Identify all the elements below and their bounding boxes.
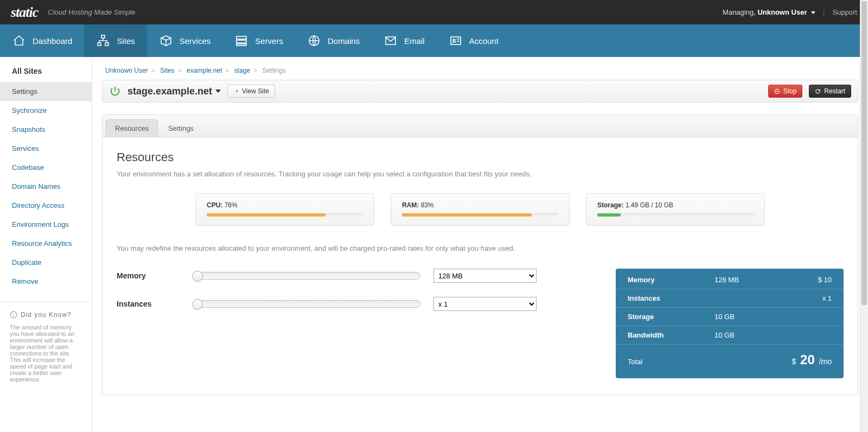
crumb-site[interactable]: example.net xyxy=(187,67,222,74)
nav-dashboard[interactable]: Dashboard xyxy=(0,24,84,57)
topbar-right: Managing, Unknown User | Support xyxy=(723,8,857,16)
scrollbar[interactable] xyxy=(860,0,868,432)
instances-slider[interactable] xyxy=(193,300,420,308)
crumb-sites[interactable]: Sites xyxy=(160,67,175,74)
support-link[interactable]: Support xyxy=(832,8,857,16)
metric-label: Storage: xyxy=(597,201,624,209)
sidebar-item-services[interactable]: Services xyxy=(0,139,92,158)
svg-rect-2 xyxy=(105,43,108,46)
chevron-down-icon xyxy=(215,90,221,93)
tip-title: Did you Know? xyxy=(10,311,82,319)
sidebar-item-label: Services xyxy=(12,144,39,153)
nav-servers[interactable]: Servers xyxy=(222,24,295,57)
nav-label: Email xyxy=(404,36,425,46)
metric-value: 83% xyxy=(421,201,434,209)
nav-domains[interactable]: Domains xyxy=(295,24,372,57)
sidebar-item-label: Snapshots xyxy=(12,125,45,134)
nav-account[interactable]: Account xyxy=(437,24,510,57)
main-nav: Dashboard Sites Services Servers Domains… xyxy=(0,24,868,57)
instances-select[interactable]: x 1 xyxy=(433,297,537,311)
settings-panel: Resources Settings Resources Your enviro… xyxy=(102,115,858,395)
nav-label: Account xyxy=(469,36,499,46)
sidebar-item-label: Sychronize xyxy=(12,106,47,115)
price-key: Memory xyxy=(628,276,714,284)
memory-select[interactable]: 128 MB xyxy=(433,269,537,283)
button-label: Restart xyxy=(824,87,845,95)
svg-rect-4 xyxy=(237,40,246,43)
sidebar-item-label: Settings xyxy=(12,87,37,96)
power-icon xyxy=(109,85,121,97)
button-label: Stop xyxy=(783,87,797,95)
slider-handle[interactable] xyxy=(192,271,203,282)
restart-button[interactable]: Restart xyxy=(809,85,851,98)
metric-ram: RAM: 83% xyxy=(391,193,570,226)
view-site-button[interactable]: View Site xyxy=(227,85,275,98)
nav-label: Sites xyxy=(117,36,135,46)
sidebar-item-domain-names[interactable]: Domain Names xyxy=(0,177,92,196)
arrow-right-icon xyxy=(233,88,239,94)
sidebar-item-settings[interactable]: Settings xyxy=(0,82,92,101)
tab-resources[interactable]: Resources xyxy=(106,119,158,137)
servers-icon xyxy=(234,34,248,48)
crumb-env[interactable]: stage xyxy=(234,67,250,74)
sidebar-item-sychronize[interactable]: Sychronize xyxy=(0,101,92,120)
instances-label: Instances xyxy=(117,300,193,308)
sidebar-item-label: Domain Names xyxy=(12,182,61,190)
nav-label: Services xyxy=(180,36,211,46)
sidebar-item-duplicate[interactable]: Duplicate xyxy=(0,253,92,272)
price-total: Total $ 20 /mo xyxy=(616,345,844,376)
sidebar-item-resource-analytics[interactable]: Resource Analytics xyxy=(0,234,92,253)
id-card-icon xyxy=(449,34,463,48)
price-row-bandwidth: Bandwidth10 GB xyxy=(616,326,844,345)
minus-circle-icon xyxy=(774,88,780,94)
crumb-user[interactable]: Unknown User xyxy=(105,67,148,74)
home-icon xyxy=(12,34,26,48)
price-cost: $ 10 xyxy=(818,276,832,284)
crumb-current: Settings xyxy=(263,67,286,74)
nav-label: Domains xyxy=(328,36,360,46)
metric-cpu: CPU: 76% xyxy=(195,193,374,226)
price-total-prefix: $ xyxy=(792,357,796,366)
memory-slider[interactable] xyxy=(193,272,420,279)
sidebar-tip: Did you Know? The amount of memory you h… xyxy=(0,302,92,391)
sidebar: All Sites Settings Sychronize Snapshots … xyxy=(0,57,92,432)
metrics-row: CPU: 76% RAM: 83% Storage: 1.49 GB / 10 … xyxy=(117,193,844,226)
box-icon xyxy=(159,34,173,48)
svg-rect-1 xyxy=(98,43,101,46)
sidebar-item-snapshots[interactable]: Snapshots xyxy=(0,120,92,139)
site-title-dropdown[interactable]: stage.example.net xyxy=(127,86,221,97)
sidebar-item-directory-access[interactable]: Directory Access xyxy=(0,196,92,215)
slider-handle[interactable] xyxy=(192,299,203,310)
svg-rect-0 xyxy=(101,35,105,38)
managing-user: Unknown User xyxy=(757,8,807,16)
price-value: 128 MB xyxy=(714,276,780,284)
sitemap-icon xyxy=(96,34,110,48)
topbar: static Cloud Hosting Made Simple Managin… xyxy=(0,0,868,24)
progress-fill xyxy=(597,213,621,217)
mail-icon xyxy=(384,34,398,48)
sidebar-item-remove[interactable]: Remove xyxy=(0,272,92,291)
nav-services[interactable]: Services xyxy=(147,24,223,57)
brand-logo: static xyxy=(11,4,38,21)
tip-title-text: Did you Know? xyxy=(21,311,72,319)
chevron-down-icon xyxy=(811,11,815,14)
svg-rect-5 xyxy=(237,44,246,46)
nav-email[interactable]: Email xyxy=(372,24,437,57)
managing-user-menu[interactable]: Managing, Unknown User xyxy=(723,8,815,16)
price-key: Bandwidth xyxy=(628,331,714,339)
sidebar-item-label: Directory Access xyxy=(12,201,65,209)
tab-settings[interactable]: Settings xyxy=(159,119,203,137)
metric-label: CPU: xyxy=(207,201,222,209)
price-cost: x 1 xyxy=(822,294,832,302)
sidebar-item-codebase[interactable]: Codebase xyxy=(0,158,92,177)
scrollbar-thumb[interactable] xyxy=(861,1,867,305)
price-total-amount: 20 xyxy=(800,352,815,367)
price-row-memory: Memory128 MB$ 10 xyxy=(616,271,844,289)
section-note: You may redefine the resources allocated… xyxy=(117,244,844,252)
metric-storage: Storage: 1.49 GB / 10 GB xyxy=(586,193,765,226)
price-row-storage: Storage10 GB xyxy=(616,308,844,326)
nav-sites[interactable]: Sites xyxy=(84,24,146,57)
sidebar-item-environment-logs[interactable]: Environment Logs xyxy=(0,215,92,234)
stop-button[interactable]: Stop xyxy=(768,85,803,98)
metric-value: 1.49 GB / 10 GB xyxy=(626,201,673,209)
